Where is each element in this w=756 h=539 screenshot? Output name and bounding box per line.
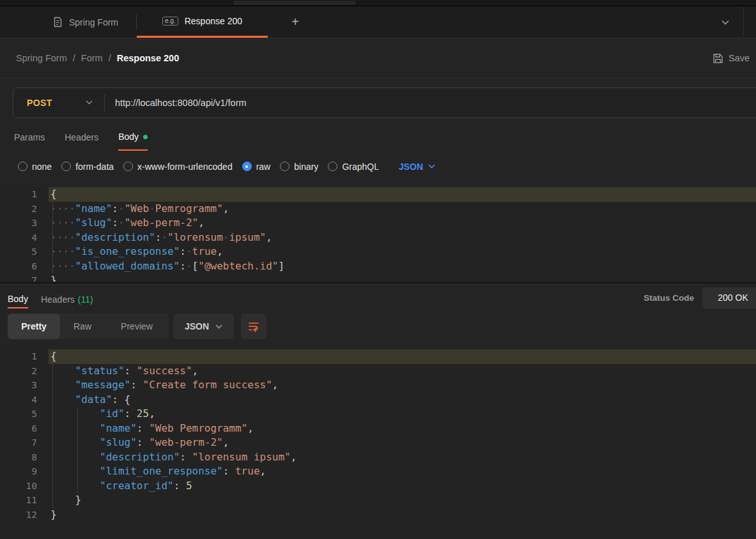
request-language-select[interactable]: JSON — [399, 162, 435, 172]
status-code-label: Status Code — [644, 293, 694, 303]
response-language-value: JSON — [185, 321, 209, 331]
new-tab-button[interactable]: + — [287, 14, 304, 31]
tab-response-200[interactable]: e.g. Response 200 — [137, 6, 268, 38]
save-button[interactable]: Save — [711, 49, 751, 68]
radio-icon — [18, 162, 27, 171]
save-label: Save — [729, 53, 750, 63]
example-badge: e.g. — [162, 17, 178, 26]
view-preview[interactable]: Preview — [105, 314, 169, 339]
tab-body[interactable]: Body — [118, 126, 148, 151]
response-status: Status Code 200 OK — [644, 287, 756, 308]
response-headers-count: (11) — [78, 294, 93, 305]
body-type-label: none — [32, 162, 52, 172]
indent-guide — [52, 364, 53, 508]
radio-selected-icon — [242, 162, 252, 171]
radio-icon — [61, 162, 71, 171]
response-view-switcher: Pretty Raw Preview — [8, 314, 169, 339]
status-code-badge[interactable]: 200 OK — [702, 287, 756, 308]
tab-params[interactable]: Params — [14, 126, 45, 151]
breadcrumb-separator: / — [109, 53, 111, 63]
response-tab-headers[interactable]: Headers (11) — [41, 287, 93, 308]
wrap-text-icon — [247, 320, 260, 333]
view-raw[interactable]: Raw — [60, 314, 105, 339]
body-type-none[interactable]: none — [18, 162, 52, 172]
top-scrollbar-artifact — [233, 1, 356, 5]
body-type-label: form-data — [75, 162, 114, 172]
body-type-raw[interactable]: raw — [242, 162, 271, 172]
request-editor-code[interactable]: {····"name":·"Web·Pemrogramm",····"slug"… — [49, 187, 756, 282]
breadcrumb-separator: / — [73, 53, 75, 63]
body-type-label: x-www-form-urlencoded — [137, 162, 233, 172]
request-editor-gutter: 1234567 — [0, 187, 49, 282]
request-url-row: POST http://localhost:8080/api/v1/form — [0, 79, 756, 126]
wrap-text-button[interactable] — [241, 314, 266, 339]
radio-icon — [280, 162, 289, 171]
request-tabs: Params Headers Body — [0, 126, 756, 151]
breadcrumb: Spring Form / Form / Response 200 — [16, 53, 179, 63]
body-type-label: raw — [256, 162, 271, 172]
method-selector[interactable]: POST — [13, 98, 104, 108]
tab-spring-form[interactable]: Spring Form — [35, 6, 136, 38]
response-language-select[interactable]: JSON — [173, 314, 234, 339]
response-tab-body[interactable]: Body — [8, 287, 28, 308]
radio-icon — [123, 162, 133, 171]
workspace-tab-bar: Spring Form e.g. Response 200 + — [0, 6, 756, 38]
method-value: POST — [27, 98, 52, 108]
response-language-chevron-icon — [215, 324, 222, 329]
tab-headers[interactable]: Headers — [65, 126, 98, 151]
response-header: Body Headers (11) Status Code 200 OK — [0, 285, 756, 310]
breadcrumb-current: Response 200 — [117, 53, 180, 63]
method-chevron-icon — [86, 100, 93, 105]
save-floppy-icon — [713, 53, 723, 64]
body-type-row: none form-data x-www-form-urlencoded raw… — [0, 151, 756, 182]
body-type-label: GraphQL — [342, 162, 379, 172]
breadcrumb-folder[interactable]: Form — [81, 53, 103, 63]
response-body-label: Body — [8, 294, 28, 304]
breadcrumb-collection[interactable]: Spring Form — [16, 53, 67, 63]
url-input[interactable]: http://localhost:8080/api/v1/form — [105, 98, 756, 108]
body-type-x-www-form-urlencoded[interactable]: x-www-form-urlencoded — [123, 162, 233, 172]
body-type-graphql[interactable]: GraphQL — [328, 162, 379, 172]
request-url-bar: POST http://localhost:8080/api/v1/form — [13, 87, 756, 118]
request-document-icon — [53, 17, 63, 27]
body-type-label: binary — [294, 162, 318, 172]
response-body-viewer: 123456789101112 { "status": "success", "… — [0, 349, 756, 539]
response-headers-label: Headers — [41, 294, 75, 305]
indent-guide — [77, 407, 78, 493]
body-type-form-data[interactable]: form-data — [61, 162, 114, 172]
indent-guide — [52, 202, 53, 274]
tab-body-label: Body — [118, 132, 139, 142]
request-body-editor[interactable]: 1234567 {····"name":·"Web·Pemrogramm",··… — [0, 187, 756, 282]
language-value: JSON — [399, 162, 423, 172]
tab-options-chevron-icon[interactable] — [721, 20, 729, 25]
tab-params-label: Params — [14, 132, 45, 142]
response-editor-gutter: 123456789101112 — [0, 349, 49, 539]
tabbar-end-divider — [743, 6, 744, 38]
tab-label: Spring Form — [69, 17, 118, 27]
breadcrumb-row: Spring Form / Form / Response 200 Save — [0, 38, 756, 79]
response-editor-code: { "status": "success", "message": "Creat… — [49, 349, 756, 539]
language-chevron-icon — [428, 164, 435, 169]
response-toolbar: Pretty Raw Preview JSON — [0, 310, 756, 342]
tabbar-right-controls — [721, 6, 756, 38]
tab-label: Response 200 — [185, 16, 242, 26]
body-type-binary[interactable]: binary — [280, 162, 318, 172]
radio-icon — [328, 162, 337, 171]
window-top-strip — [0, 0, 756, 6]
view-pretty[interactable]: Pretty — [8, 314, 60, 339]
body-modified-indicator — [143, 135, 148, 139]
tab-headers-label: Headers — [65, 132, 98, 142]
